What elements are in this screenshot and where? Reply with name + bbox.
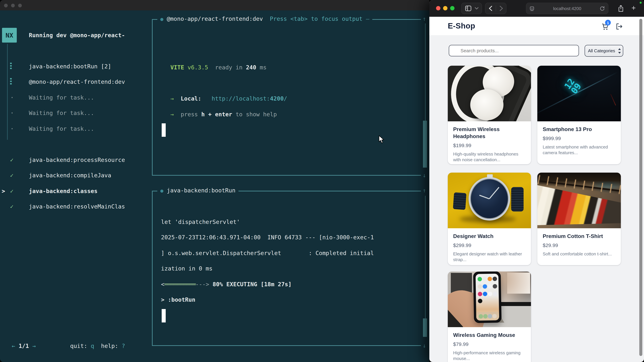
pane-title: @mono-app/react-frontend:dev [167, 15, 263, 22]
product-info: Wireless Gaming Mouse $79.99 High-perfor… [448, 327, 531, 362]
reload-icon[interactable] [600, 6, 605, 11]
product-price: $199.99 [453, 142, 526, 148]
product-info: Premium Wireless Headphones $199.99 High… [448, 121, 531, 164]
forward-icon[interactable] [499, 6, 503, 11]
pager-next-icon[interactable]: → [32, 343, 36, 349]
minimize-button[interactable] [443, 6, 448, 10]
output-pane-frontend-header: ● @mono-app/react-frontend:dev Press <ta… [157, 15, 372, 22]
scroll-up-icon[interactable]: ↑ [422, 187, 426, 194]
product-name[interactable]: Premium Wireless Headphones [453, 126, 526, 140]
product-name[interactable]: Designer Watch [453, 233, 526, 240]
product-card[interactable]: Premium Wireless Headphones $199.99 High… [448, 66, 531, 164]
headphones-earcup-shape [470, 89, 504, 120]
screen: NX Running dev @mono-app/react- java-bac… [0, 0, 644, 362]
scrollbar-track[interactable] [425, 196, 426, 319]
cart-button[interactable]: 1 [601, 22, 609, 32]
waiting-dot-icon: · [10, 125, 14, 133]
back-icon[interactable] [488, 6, 492, 11]
product-description: Latest smartphone with advanced camera f… [543, 144, 616, 156]
product-image-watch [448, 173, 531, 228]
product-card[interactable]: Premium Cotton T-Shirt $29.99 Soft and c… [537, 173, 621, 265]
held-phone-shape [473, 272, 502, 323]
help-key: ? [122, 343, 125, 349]
close-button[interactable] [436, 6, 440, 10]
vite-ready-line: VITE v6.3.5 ready in 240 ms [152, 60, 421, 75]
watch-band-shape [453, 192, 466, 210]
waiting-dot-icon: · [10, 109, 14, 117]
gradle-progress-line: <══════════---> 80% EXECUTING [18m 27s] [152, 276, 421, 292]
minimize-button[interactable] [11, 4, 15, 7]
product-description: Elegant designer watch with leather stra… [453, 251, 526, 263]
terminal-window: NX Running dev @mono-app/react- java-bac… [0, 0, 429, 362]
category-select-value: All Categories [588, 48, 615, 53]
vite-local-line: → Local: http://localhost:4200/ [152, 91, 421, 106]
nav-button-group [485, 3, 506, 14]
product-info: Designer Watch $299.99 Elegant designer … [448, 228, 531, 265]
quit-key: q [91, 343, 94, 349]
product-name[interactable]: Wireless Gaming Mouse [453, 332, 526, 339]
progress-bar-fill: ══════════ [164, 281, 196, 287]
shop-header: E-Shop 1 [429, 17, 644, 35]
waiting-dot-icon: · [10, 93, 14, 102]
help-post: to show help [232, 111, 277, 117]
local-url[interactable]: http://localhost:4200/ [212, 95, 287, 102]
log-line: ization in 0 ms [152, 261, 421, 276]
address-bar[interactable]: localhost:4200 [526, 3, 608, 14]
select-arrows-icon [618, 48, 621, 54]
output-pane-backend: ● java-backend:bootRun let 'dispatcherSe… [152, 191, 421, 346]
arrow-icon: → [170, 111, 174, 117]
chevron-down-icon[interactable] [474, 7, 478, 10]
scroll-down-icon[interactable]: ↓ [422, 342, 426, 349]
task-label: Waiting for task... [29, 125, 94, 132]
product-price: $79.99 [453, 341, 526, 347]
scroll-down-icon[interactable]: ↓ [422, 172, 426, 179]
close-button[interactable] [4, 4, 8, 7]
shop-logo[interactable]: E-Shop [448, 21, 475, 30]
browser-toolbar: localhost:4200 + [429, 0, 644, 17]
scrollbar-track[interactable] [425, 23, 426, 121]
product-card[interactable]: 1209 Smartphone 13 Pro $999.99 Latest sm… [537, 66, 621, 164]
product-name[interactable]: Premium Cotton T-Shirt [543, 233, 616, 240]
new-tab-button[interactable]: + [630, 4, 637, 12]
product-card[interactable]: Wireless Gaming Mouse $79.99 High-perfor… [448, 272, 531, 362]
progress-open: < [161, 281, 164, 287]
product-description: High-performance wireless gaming mouse..… [453, 350, 526, 361]
product-price: $999.99 [543, 135, 616, 141]
sidebar-icon[interactable] [465, 5, 472, 11]
pane-focus-hint: Press <tab> to focus output [270, 15, 362, 22]
product-info: Premium Cotton T-Shirt $29.99 Soft and c… [537, 228, 621, 261]
search-input[interactable] [449, 45, 579, 56]
scrollbar-thumb[interactable] [423, 121, 427, 168]
scrollbar-thumb[interactable] [423, 319, 427, 337]
share-icon[interactable] [618, 5, 624, 12]
product-name[interactable]: Smartphone 13 Pro [543, 126, 616, 133]
scroll-up-icon[interactable]: ↑ [422, 15, 426, 22]
safari-window: localhost:4200 + E-Shop 1 All Categories [429, 0, 644, 362]
product-image-gaming-mouse [448, 272, 531, 327]
pager-indicator: 1/1 [18, 343, 29, 349]
url-text: localhost:4200 [553, 6, 581, 11]
terminal-titlebar [0, 0, 429, 10]
terminal-heading-label: Running dev @mono-app/react- [29, 32, 125, 38]
check-icon: ✓ [10, 172, 14, 179]
product-image-headphones [448, 66, 531, 121]
check-icon: ✓ [10, 157, 14, 163]
zoom-button[interactable] [450, 6, 454, 10]
task-bullet-icon: ● [160, 188, 163, 194]
browser-scrollbar-thumb[interactable] [639, 19, 642, 356]
log-line: let 'dispatcherServlet' [152, 214, 421, 230]
vite-ms-unit: ms [260, 64, 266, 71]
pager-prev-icon[interactable]: ← [12, 343, 15, 349]
product-price: $29.99 [543, 242, 616, 248]
camera-indicator [640, 2, 642, 4]
logout-button[interactable] [615, 22, 623, 32]
terminal-cursor [162, 123, 166, 137]
divider [496, 5, 496, 11]
page-format-icon[interactable] [530, 6, 534, 11]
product-image-tshirt [537, 173, 621, 228]
product-card[interactable]: Designer Watch $299.99 Elegant designer … [448, 173, 531, 265]
check-icon: ✓ [10, 203, 14, 210]
zoom-button[interactable] [18, 4, 22, 7]
product-description: High-quality wireless headphones with no… [453, 151, 526, 163]
category-select[interactable]: All Categories [585, 45, 623, 57]
